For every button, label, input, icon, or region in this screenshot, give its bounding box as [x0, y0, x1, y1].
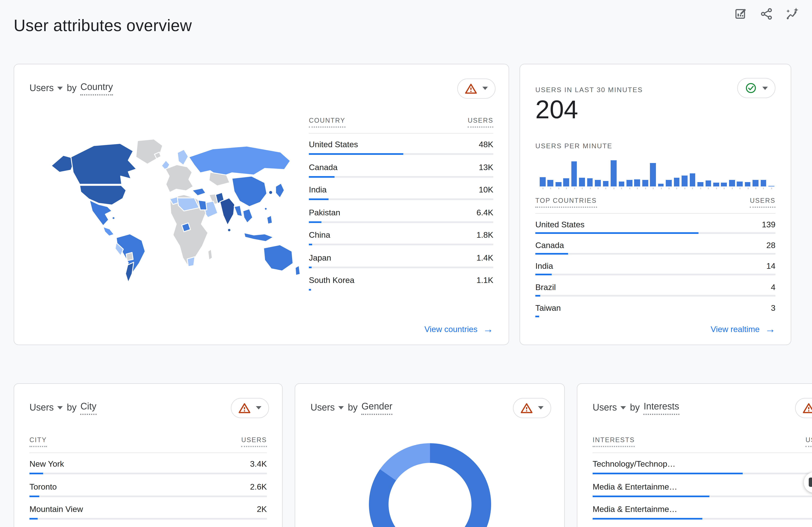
minute-bar	[626, 180, 632, 186]
row-label: Technology/Technop…	[593, 458, 676, 469]
share-icon[interactable]	[759, 7, 773, 21]
row-bar	[29, 518, 267, 520]
minute-bar	[658, 183, 664, 186]
column-header-top-countries[interactable]: TOP COUNTRIES	[535, 197, 597, 208]
city-table: CITY USERS New York 3.4K	[29, 436, 267, 527]
metric-selector[interactable]: Users	[310, 402, 335, 413]
page: User attributes overview	[0, 0, 812, 527]
minute-bar	[563, 178, 569, 186]
data-quality-button[interactable]	[737, 78, 775, 98]
row-bar	[309, 289, 493, 290]
row-label: Canada	[309, 162, 338, 172]
warning-icon	[521, 402, 533, 413]
view-countries-link[interactable]: View countries →	[424, 325, 493, 334]
column-header-country[interactable]: COUNTRY	[309, 117, 345, 127]
row-label: Pakistan	[309, 207, 340, 217]
minute-bar	[760, 180, 766, 186]
row-label: New York	[29, 458, 64, 469]
table-row: New York 3.4K	[29, 458, 267, 481]
users-by-country-card: Users by Country	[14, 64, 509, 345]
minute-bar	[595, 180, 601, 186]
minute-bar	[548, 180, 553, 186]
row-label: India	[309, 184, 327, 195]
divider	[29, 452, 267, 453]
row-value: 14	[766, 261, 775, 271]
minute-bar	[721, 182, 727, 186]
data-quality-button[interactable]	[795, 398, 812, 418]
dimension-selector[interactable]: Country	[81, 81, 113, 95]
row-label: Media & Entertainme…	[593, 481, 677, 492]
row-label: Mountain View	[29, 504, 83, 514]
chevron-down-icon	[762, 87, 768, 90]
card-title: Users by Gender	[310, 401, 392, 415]
table-header: INTERESTS USERS	[593, 436, 812, 447]
row-bar	[29, 495, 267, 497]
metric-selector[interactable]: Users	[29, 83, 54, 94]
chevron-down-icon	[538, 406, 543, 409]
check-circle-icon	[745, 82, 757, 94]
column-header-users[interactable]: USERS	[750, 197, 775, 208]
data-quality-button[interactable]	[457, 78, 495, 99]
table-row: Taiwan 3	[535, 302, 775, 323]
column-header-city[interactable]: CITY	[29, 436, 47, 447]
row-value: 1.4K	[476, 252, 493, 262]
row-value: 1.1K	[476, 275, 493, 285]
by-label: by	[348, 402, 358, 413]
customize-report-icon[interactable]	[734, 7, 748, 21]
row-label: China	[309, 229, 330, 240]
warning-icon	[238, 402, 250, 413]
minute-bar	[682, 176, 687, 186]
column-header-users[interactable]: USERS	[806, 436, 812, 447]
users-by-gender-card: Users by Gender	[295, 383, 565, 527]
row-label: India	[535, 261, 553, 271]
users-per-minute-label: USERS PER MINUTE	[535, 142, 612, 150]
minute-bar	[706, 180, 711, 186]
data-quality-button[interactable]	[231, 398, 269, 418]
table-rows: United States 139 Canada 28	[535, 219, 775, 323]
minute-bar	[753, 180, 758, 186]
table-rows: United States 48K Canada 13K	[309, 139, 493, 298]
column-header-users[interactable]: USERS	[468, 117, 493, 127]
users-by-city-card: Users by City CITY USERS	[14, 383, 283, 527]
table-row: Media & Entertainm… 9.1K	[593, 526, 812, 527]
table-header: CITY USERS	[29, 436, 267, 447]
table-row: Toronto 2.6K	[29, 481, 267, 504]
dimension-selector[interactable]: Gender	[361, 401, 392, 415]
table-row: Brazil 4	[535, 282, 775, 303]
row-value: 28	[766, 240, 775, 251]
row-bar	[535, 295, 775, 296]
row-value: 6.4K	[476, 207, 493, 217]
insights-icon[interactable]	[785, 7, 799, 21]
arrow-right-icon: →	[483, 325, 493, 333]
row-value: 3	[771, 302, 775, 313]
divider	[535, 213, 775, 214]
row-label: Media & Entertainme…	[593, 504, 677, 514]
data-quality-button[interactable]	[513, 398, 551, 418]
table-row: Lahore 1.9K	[29, 526, 267, 527]
metric-selector[interactable]: Users	[29, 402, 54, 413]
table-rows: New York 3.4K Toronto 2.6K	[29, 458, 267, 527]
row-label: South Korea	[309, 275, 354, 285]
view-realtime-link[interactable]: View realtime →	[711, 325, 775, 334]
dimension-selector[interactable]: City	[81, 401, 97, 415]
table-row: United States 48K	[309, 139, 493, 162]
column-header-interests[interactable]: INTERESTS	[593, 436, 635, 447]
card-title: Users by Country	[29, 81, 113, 95]
metric-selector[interactable]: Users	[593, 402, 617, 413]
table-row: Media & Entertainme… 9.3K	[593, 504, 812, 526]
card-title: Users by City	[29, 401, 97, 415]
help-glyph-icon	[809, 478, 812, 487]
table-row: Mountain View 2K	[29, 504, 267, 526]
row-value: 13K	[479, 162, 493, 172]
by-label: by	[630, 402, 640, 413]
row-value: 3.4K	[250, 458, 267, 469]
card-title: Users by Interests	[593, 401, 679, 415]
minute-bar	[571, 161, 577, 186]
row-value: 1.8K	[476, 229, 493, 240]
column-header-users[interactable]: USERS	[241, 436, 267, 447]
row-bar	[309, 176, 493, 178]
row-value: 10K	[479, 184, 493, 195]
dimension-selector[interactable]: Interests	[643, 401, 679, 415]
world-map	[46, 136, 304, 285]
chevron-down-icon	[482, 87, 488, 90]
